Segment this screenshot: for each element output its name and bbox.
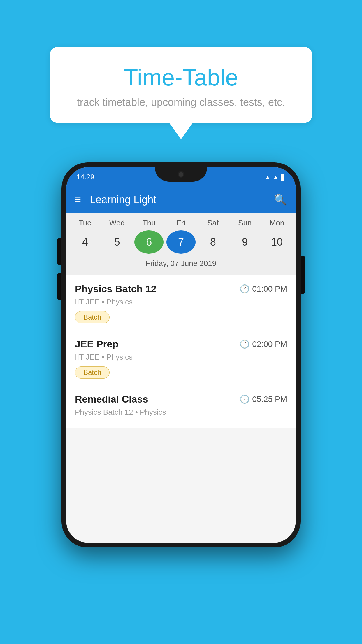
app-bar-title: Learning Light xyxy=(90,194,265,206)
search-icon[interactable]: 🔍 xyxy=(274,194,287,206)
battery-icon: ▋ xyxy=(281,174,285,181)
schedule-item-jee-prep[interactable]: JEE Prep 🕐 02:00 PM IIT JEE • Physics Ba… xyxy=(66,330,296,385)
day-4[interactable]: 4 xyxy=(71,230,100,254)
day-header-sun: Sun xyxy=(230,218,259,228)
calendar-strip: Tue Wed Thu Fri Sat Sun Mon 4 5 6 7 8 9 … xyxy=(66,213,296,275)
hamburger-icon[interactable]: ≡ xyxy=(75,195,81,205)
wifi-icon: ▲ xyxy=(265,174,270,181)
day-header-mon: Mon xyxy=(262,218,291,228)
day-headers: Tue Wed Thu Fri Sat Sun Mon xyxy=(69,218,293,228)
day-10[interactable]: 10 xyxy=(262,230,291,254)
speech-bubble-tail xyxy=(169,123,193,139)
phone-volume-down-button xyxy=(57,273,61,300)
schedule-item-time-1: 🕐 01:00 PM xyxy=(240,284,287,294)
schedule-item-time-2: 🕐 02:00 PM xyxy=(240,339,287,349)
schedule-item-remedial[interactable]: Remedial Class 🕐 05:25 PM Physics Batch … xyxy=(66,385,296,428)
schedule-item-sub-2: IIT JEE • Physics xyxy=(75,353,287,362)
day-header-thu: Thu xyxy=(134,218,164,228)
schedule-item-time-3: 🕐 05:25 PM xyxy=(240,394,287,404)
schedule-item-header-2: JEE Prep 🕐 02:00 PM xyxy=(75,338,287,350)
schedule-time-value-1: 01:00 PM xyxy=(252,284,287,294)
clock-icon-2: 🕐 xyxy=(240,339,250,349)
status-time: 14:29 xyxy=(77,173,94,181)
schedule-item-sub-3: Physics Batch 12 • Physics xyxy=(75,408,287,417)
signal-icon: ▲ xyxy=(273,174,279,181)
batch-badge-2: Batch xyxy=(75,366,110,379)
day-8[interactable]: 8 xyxy=(198,230,228,254)
schedule-item-title-1: Physics Batch 12 xyxy=(75,283,157,295)
schedule-item-sub-1: IIT JEE • Physics xyxy=(75,298,287,307)
day-7-selected[interactable]: 7 xyxy=(166,230,196,254)
status-icons: ▲ ▲ ▋ xyxy=(265,174,285,181)
speech-bubble-subtitle: track timetable, upcoming classes, tests… xyxy=(64,96,298,108)
day-header-wed: Wed xyxy=(103,218,132,228)
schedule-time-value-3: 05:25 PM xyxy=(252,395,287,404)
day-header-fri: Fri xyxy=(166,218,196,228)
day-header-tue: Tue xyxy=(71,218,100,228)
front-camera xyxy=(178,171,184,178)
day-numbers: 4 5 6 7 8 9 10 xyxy=(69,230,293,254)
phone-power-button xyxy=(301,256,305,294)
schedule-list: Physics Batch 12 🕐 01:00 PM IIT JEE • Ph… xyxy=(66,275,296,428)
speech-bubble-title: Time-Table xyxy=(64,64,298,91)
phone-volume-up-button xyxy=(57,238,61,265)
selected-date-label: Friday, 07 June 2019 xyxy=(69,257,293,272)
schedule-time-value-2: 02:00 PM xyxy=(252,340,287,349)
status-bar: 14:29 ▲ ▲ ▋ xyxy=(66,167,296,187)
schedule-item-header-1: Physics Batch 12 🕐 01:00 PM xyxy=(75,283,287,295)
schedule-item-title-2: JEE Prep xyxy=(75,338,118,350)
schedule-item-title-3: Remedial Class xyxy=(75,393,148,405)
day-header-sat: Sat xyxy=(198,218,228,228)
phone-notch xyxy=(155,167,207,182)
schedule-item-header-3: Remedial Class 🕐 05:25 PM xyxy=(75,393,287,405)
speech-bubble: Time-Table track timetable, upcoming cla… xyxy=(50,47,312,123)
batch-badge-1: Batch xyxy=(75,311,110,323)
speech-bubble-container: Time-Table track timetable, upcoming cla… xyxy=(50,47,312,139)
day-5[interactable]: 5 xyxy=(103,230,132,254)
day-9[interactable]: 9 xyxy=(230,230,259,254)
clock-icon-1: 🕐 xyxy=(240,284,250,294)
app-bar: ≡ Learning Light 🔍 xyxy=(66,187,296,213)
day-6-today[interactable]: 6 xyxy=(134,230,164,254)
phone-screen: 14:29 ▲ ▲ ▋ ≡ Learning Light 🔍 Tue Wed T… xyxy=(66,167,296,543)
clock-icon-3: 🕐 xyxy=(240,394,250,404)
schedule-item-physics-batch[interactable]: Physics Batch 12 🕐 01:00 PM IIT JEE • Ph… xyxy=(66,275,296,330)
phone-mockup: 14:29 ▲ ▲ ▋ ≡ Learning Light 🔍 Tue Wed T… xyxy=(61,162,301,547)
